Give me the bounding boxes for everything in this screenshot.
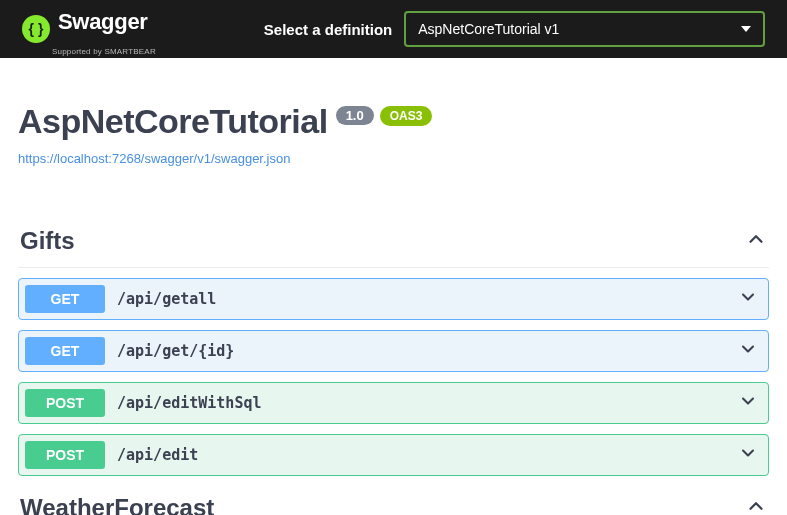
definition-label: Select a definition — [264, 21, 392, 38]
op-path: /api/getall — [117, 290, 738, 308]
op-get-getbyid[interactable]: GET /api/get/{id} — [18, 330, 769, 372]
brand-name: Swagger — [58, 9, 162, 35]
api-title: AspNetCoreTutorial — [18, 102, 328, 141]
tag-name: Gifts — [20, 227, 75, 255]
method-badge: POST — [25, 441, 105, 469]
brand[interactable]: { } Swagger Supported by SMARTBEAR — [22, 9, 162, 49]
spec-url-link[interactable]: https://localhost:7268/swagger/v1/swagge… — [18, 151, 290, 166]
topbar: { } Swagger Supported by SMARTBEAR Selec… — [0, 0, 787, 58]
tag-header-weatherforecast[interactable]: WeatherForecast — [18, 488, 769, 515]
ops-list-gifts: GET /api/getall GET /api/get/{id} POST /… — [18, 268, 769, 476]
chevron-down-icon — [738, 287, 758, 311]
swagger-logo-icon: { } — [22, 15, 50, 43]
method-badge: GET — [25, 337, 105, 365]
definition-selected-value: AspNetCoreTutorial v1 — [418, 21, 559, 37]
oas-badge: OAS3 — [380, 106, 433, 126]
chevron-down-icon — [738, 339, 758, 363]
op-get-getall[interactable]: GET /api/getall — [18, 278, 769, 320]
op-post-edit[interactable]: POST /api/edit — [18, 434, 769, 476]
version-badge: 1.0 — [336, 106, 374, 125]
chevron-down-icon — [741, 26, 751, 32]
title-row: AspNetCoreTutorial 1.0 OAS3 — [18, 102, 769, 141]
main: AspNetCoreTutorial 1.0 OAS3 https://loca… — [0, 58, 787, 515]
tag-name: WeatherForecast — [20, 494, 214, 515]
op-path: /api/editWithSql — [117, 394, 738, 412]
chevron-down-icon — [738, 391, 758, 415]
chevron-up-icon — [745, 495, 767, 515]
definition-select[interactable]: AspNetCoreTutorial v1 — [404, 11, 765, 47]
tags-container: Gifts GET /api/getall GET /api/get/{id} — [18, 221, 769, 515]
op-path: /api/edit — [117, 446, 738, 464]
method-badge: POST — [25, 389, 105, 417]
brand-subtitle: Supported by SMARTBEAR — [52, 47, 156, 56]
op-post-editwithsql[interactable]: POST /api/editWithSql — [18, 382, 769, 424]
op-path: /api/get/{id} — [117, 342, 738, 360]
method-badge: GET — [25, 285, 105, 313]
tag-header-gifts[interactable]: Gifts — [18, 221, 769, 268]
chevron-up-icon — [745, 228, 767, 254]
chevron-down-icon — [738, 443, 758, 467]
